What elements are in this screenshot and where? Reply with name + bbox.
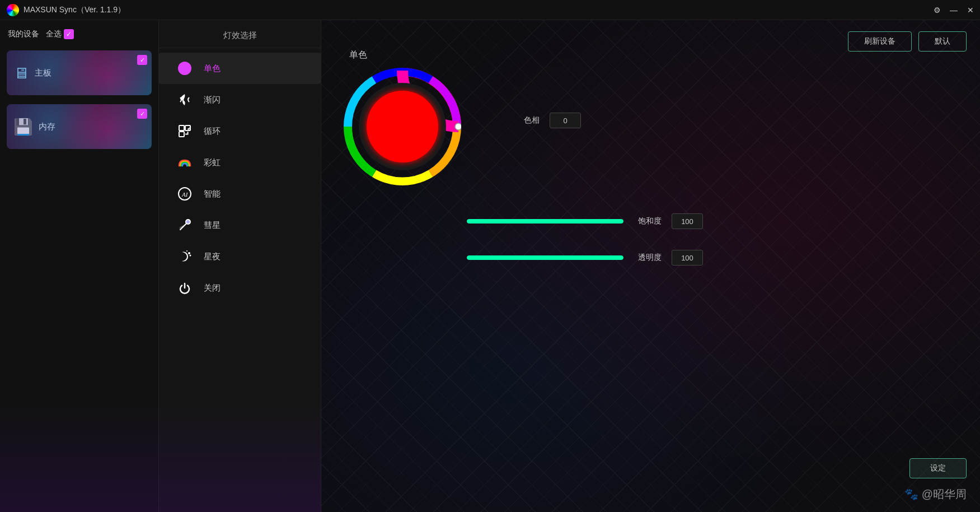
svg-point-14: [455, 123, 461, 130]
power-icon: [176, 279, 194, 297]
device-card-bg-inner: [7, 50, 152, 95]
refresh-button[interactable]: 刷新设备: [848, 31, 912, 52]
select-all-label: 全选: [46, 29, 62, 39]
watermark: 🐾 @昭华周: [904, 487, 967, 502]
effect-item-starry[interactable]: 星夜: [159, 241, 321, 272]
effect-item-flash[interactable]: 渐闪: [159, 84, 321, 115]
comet-label: 彗星: [204, 220, 221, 231]
app-title: MAXSUN Sync（Ver. 1.1.9）: [24, 5, 125, 15]
sidebar-header: 我的设备 全选: [0, 20, 158, 46]
device-card-memory-bg: [7, 104, 152, 149]
hue-control: 色相 0: [512, 113, 581, 128]
device-card-bg: [7, 50, 152, 95]
effect-item-ai[interactable]: AI 智能: [159, 178, 321, 210]
single-color-icon: [176, 59, 194, 77]
select-all-checkbox[interactable]: [64, 29, 74, 39]
close-button[interactable]: ✕: [965, 5, 976, 15]
svg-point-8: [188, 252, 190, 254]
rainbow-label: 彩虹: [204, 157, 221, 168]
device-card-memory-bg-inner: [7, 104, 152, 149]
default-button[interactable]: 默认: [918, 31, 967, 52]
effect-item-rainbow[interactable]: 彩虹: [159, 147, 321, 178]
moon-icon: [176, 248, 194, 266]
mainboard-checkbox[interactable]: [137, 55, 147, 65]
flash-label: 渐闪: [204, 95, 221, 105]
set-button[interactable]: 设定: [909, 458, 967, 478]
app-logo: [7, 4, 19, 16]
svg-point-0: [178, 62, 191, 75]
flash-icon: [176, 91, 194, 109]
color-wheel[interactable]: [344, 68, 461, 185]
opacity-fill: [467, 255, 623, 260]
ai-label: 智能: [204, 189, 221, 199]
hue-label: 色相: [512, 115, 540, 125]
window-controls: ⚙ — ✕: [932, 5, 976, 15]
main-layout: 我的设备 全选 🖥 主板 💾 内存 灯效选择: [0, 20, 980, 512]
color-wheel-svg[interactable]: [344, 68, 461, 185]
hue-value[interactable]: 0: [550, 113, 581, 128]
saturation-value[interactable]: 100: [672, 213, 703, 229]
saturation-fill: [467, 219, 623, 224]
titlebar: MAXSUN Sync（Ver. 1.1.9） ⚙ — ✕: [0, 0, 980, 20]
minimize-button[interactable]: —: [949, 5, 959, 15]
opacity-control: 透明度 100: [467, 250, 703, 266]
effect-item-off[interactable]: 关闭: [159, 272, 321, 304]
cycle-icon: [176, 122, 194, 140]
svg-rect-1: [179, 125, 184, 131]
svg-rect-3: [179, 132, 184, 137]
opacity-track[interactable]: [467, 255, 623, 260]
comet-icon: [176, 216, 194, 234]
cycle-label: 循环: [204, 126, 221, 137]
rainbow-icon: [176, 153, 194, 171]
starry-label: 星夜: [204, 252, 221, 262]
single-color-label: 单色: [204, 63, 221, 74]
svg-text:AI: AI: [181, 191, 189, 198]
svg-point-10: [190, 255, 191, 257]
saturation-control: 饱和度 100: [467, 213, 703, 229]
effect-item-comet[interactable]: 彗星: [159, 210, 321, 241]
effect-panel: 灯效选择 单色 渐闪: [159, 20, 321, 512]
effect-panel-title: 灯效选择: [159, 20, 321, 48]
bottom-right-area: 设定: [909, 458, 967, 478]
device-card-mainboard[interactable]: 🖥 主板: [7, 50, 152, 95]
my-devices-label: 我的设备: [8, 29, 39, 39]
svg-point-9: [186, 250, 187, 252]
svg-point-7: [186, 220, 190, 224]
effect-item-single[interactable]: 单色: [159, 53, 321, 84]
opacity-label: 透明度: [634, 253, 662, 263]
off-label: 关闭: [204, 283, 221, 294]
watermark-icon: 🐾: [904, 488, 918, 500]
content-area: 刷新设备 默认 单色: [321, 20, 980, 512]
memory-checkbox[interactable]: [137, 109, 147, 119]
saturation-track[interactable]: [467, 219, 623, 224]
color-wheel-wrapper[interactable]: [344, 68, 461, 185]
settings-button[interactable]: ⚙: [932, 5, 942, 15]
top-actions: 刷新设备 默认: [848, 31, 967, 52]
device-card-memory[interactable]: 💾 内存: [7, 104, 152, 149]
svg-point-13: [367, 91, 438, 162]
opacity-value[interactable]: 100: [672, 250, 703, 266]
effect-item-cycle[interactable]: 循环: [159, 115, 321, 147]
watermark-text: @昭华周: [922, 488, 967, 500]
saturation-label: 饱和度: [634, 216, 662, 226]
effect-type-label: 单色: [349, 49, 367, 61]
ai-icon: AI: [176, 185, 194, 203]
select-all-container: 全选: [46, 29, 74, 39]
